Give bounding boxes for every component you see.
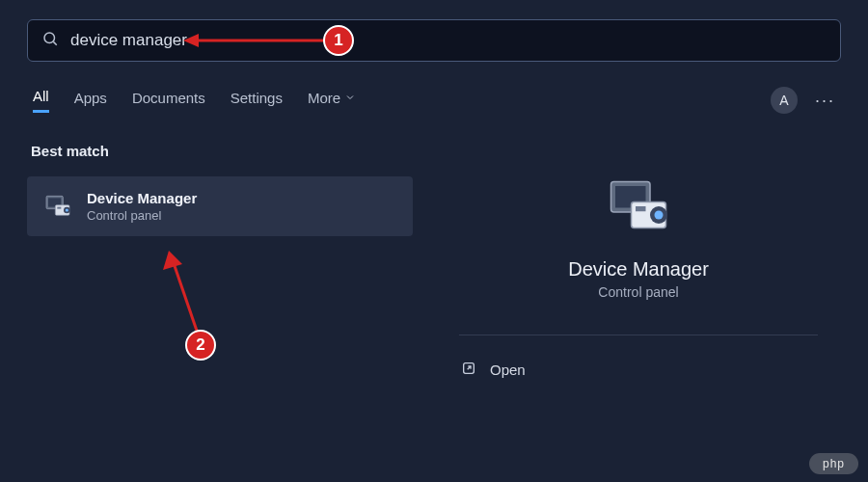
tab-all[interactable]: All <box>33 88 49 113</box>
detail-panel: Device Manager Control panel Open <box>436 143 841 387</box>
detail-actions: Open <box>459 353 818 387</box>
best-match-label: Best match <box>31 143 413 159</box>
header-actions: A ··· <box>771 87 835 114</box>
detail-device-manager-icon <box>604 172 673 241</box>
tab-documents[interactable]: Documents <box>132 88 205 113</box>
svg-rect-7 <box>57 207 61 209</box>
svg-point-6 <box>66 208 68 211</box>
annotation-bubble-1: 1 <box>323 25 354 56</box>
svg-line-1 <box>53 41 56 44</box>
open-action[interactable]: Open <box>459 353 818 387</box>
tab-apps[interactable]: Apps <box>74 88 107 113</box>
result-subtitle: Control panel <box>87 208 197 223</box>
user-avatar[interactable]: A <box>771 87 798 114</box>
result-device-manager[interactable]: Device Manager Control panel <box>27 176 413 236</box>
content-area: Best match Device Manager Control panel <box>27 143 841 387</box>
svg-point-12 <box>655 211 664 220</box>
svg-rect-13 <box>636 206 646 211</box>
open-external-icon <box>461 361 476 379</box>
chevron-down-icon <box>344 90 356 106</box>
annotation-bubble-2: 2 <box>185 330 216 361</box>
result-title: Device Manager <box>87 190 197 206</box>
watermark: php <box>809 453 858 474</box>
detail-column: Device Manager Control panel Open <box>436 143 841 387</box>
tab-more-label: More <box>308 90 340 106</box>
results-column: Best match Device Manager Control panel <box>27 143 413 387</box>
tab-more[interactable]: More <box>308 88 356 113</box>
result-text: Device Manager Control panel <box>87 190 197 223</box>
search-box[interactable] <box>27 19 841 62</box>
detail-title: Device Manager <box>568 258 709 281</box>
device-manager-icon <box>42 191 73 222</box>
filter-tabs: All Apps Documents Settings More <box>33 88 746 113</box>
tabs-row: All Apps Documents Settings More A ··· <box>27 87 841 114</box>
search-input[interactable] <box>70 31 827 50</box>
svg-point-0 <box>44 33 55 43</box>
overflow-menu-button[interactable]: ··· <box>815 91 835 111</box>
detail-subtitle: Control panel <box>598 284 678 300</box>
divider <box>459 335 818 335</box>
open-label: Open <box>490 362 526 378</box>
tab-settings[interactable]: Settings <box>231 88 283 113</box>
search-icon <box>41 30 59 51</box>
